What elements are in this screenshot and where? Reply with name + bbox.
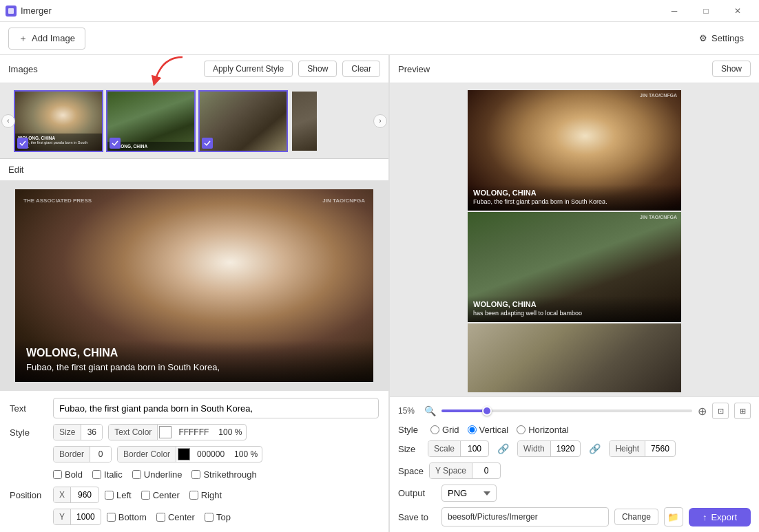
position-row-1: Position X 960 Left Center — [10, 487, 379, 503]
thumbnail-3[interactable] — [198, 90, 288, 152]
scale-value[interactable]: 100 — [461, 441, 488, 456]
settings-button[interactable]: ⚙ Settings — [692, 29, 751, 47]
toolbar: ＋ Add Image ⚙ Settings — [0, 22, 759, 55]
center2-check[interactable]: Center — [156, 512, 195, 522]
next-arrow-button[interactable]: › — [373, 114, 387, 128]
italic-checkbox[interactable]: Italic — [92, 469, 123, 480]
border-value[interactable]: 0 — [90, 447, 111, 462]
text-color-swatch[interactable] — [159, 426, 171, 438]
right-input[interactable] — [189, 491, 198, 500]
bold-checkbox[interactable]: Bold — [53, 469, 83, 480]
style-label: Style — [10, 427, 48, 438]
thumbnails-strip: WOLONG, CHINA Fubao, the first giant pan… — [0, 83, 388, 158]
grid-radio-label[interactable]: Grid — [430, 425, 459, 435]
link-icon-2[interactable]: 🔗 — [586, 443, 603, 454]
zoom-slider[interactable] — [441, 409, 692, 412]
y-space-value[interactable]: 0 — [472, 463, 500, 478]
zoom-percent: 15% — [398, 406, 419, 416]
right-check[interactable]: Right — [189, 490, 222, 500]
prev-arrow-button[interactable]: ‹ — [1, 114, 15, 128]
titlebar-left: Imerger — [6, 6, 52, 17]
border-color-value[interactable]: 000000 — [191, 447, 230, 462]
vertical-radio-label[interactable]: Vertical — [468, 425, 509, 435]
left-check[interactable]: Left — [105, 490, 132, 500]
text-color-value[interactable]: FFFFFF — [173, 425, 214, 440]
preview-show-button[interactable]: Show — [712, 61, 751, 77]
actual-size-button[interactable]: ⊞ — [734, 403, 751, 419]
app-icon — [6, 6, 17, 17]
bottom-input[interactable] — [107, 513, 116, 522]
position-label: Position — [10, 490, 48, 500]
bottom-check[interactable]: Bottom — [107, 512, 147, 522]
horizontal-radio-label[interactable]: Horizontal — [517, 425, 569, 435]
zoom-out-icon[interactable]: 🔍 — [424, 405, 436, 416]
center2-label: Center — [168, 512, 195, 522]
settings-label: Settings — [711, 33, 744, 43]
vertical-radio[interactable] — [468, 425, 477, 434]
underline-input[interactable] — [132, 470, 141, 479]
thumbnail-1[interactable]: WOLONG, CHINA Fubao, the first giant pan… — [14, 90, 103, 152]
watermark-right: JIN TAO/CNFGA — [322, 198, 365, 204]
italic-input[interactable] — [92, 470, 101, 479]
add-image-button[interactable]: ＋ Add Image — [8, 28, 85, 50]
right-style-label: Style — [398, 425, 422, 435]
preview-image-stack: JIN TAO/CNFGA WOLONG, CHINA Fubao, the f… — [468, 90, 681, 392]
clear-button[interactable]: Clear — [342, 61, 380, 77]
strikethrough-checkbox[interactable]: Strikethrough — [191, 469, 256, 480]
height-value[interactable]: 7560 — [645, 441, 675, 456]
preview-caption-title-1: WOLONG, CHINA — [473, 189, 676, 197]
size-group-label: Size — [54, 425, 81, 440]
y-value[interactable]: 1000 — [71, 509, 101, 524]
show-button[interactable]: Show — [298, 61, 337, 77]
horizontal-radio[interactable] — [517, 425, 526, 434]
folder-button[interactable]: 📁 — [664, 507, 683, 526]
edit-header: Edit — [0, 159, 388, 181]
vertical-label: Vertical — [479, 425, 509, 435]
strikethrough-input[interactable] — [191, 470, 200, 479]
grid-radio[interactable] — [430, 425, 439, 434]
top-label: Top — [216, 512, 231, 522]
minimize-button[interactable]: ─ — [658, 0, 690, 22]
center2-input[interactable] — [156, 513, 165, 522]
border-color-swatch[interactable] — [178, 448, 190, 460]
preview-canvas[interactable]: JIN TAO/CNFGA WOLONG, CHINA Fubao, the f… — [390, 83, 759, 396]
underline-label: Underline — [144, 469, 183, 480]
preview-bg-3 — [468, 323, 681, 392]
x-value[interactable]: 960 — [71, 487, 98, 502]
center-input[interactable] — [141, 491, 150, 500]
titlebar: Imerger ─ □ ✕ — [0, 0, 759, 22]
controls-section: Text Style Size 36 Text Color FFFFFF 100… — [0, 390, 388, 532]
link-icon-1[interactable]: 🔗 — [495, 443, 512, 454]
preview-caption-sub-1: Fubao, the first giant panda born in Sou… — [473, 198, 676, 205]
change-button[interactable]: Change — [614, 509, 658, 525]
window-controls: ─ □ ✕ — [658, 0, 753, 22]
text-input[interactable] — [53, 398, 379, 418]
close-button[interactable]: ✕ — [722, 0, 753, 22]
top-input[interactable] — [205, 513, 214, 522]
output-select[interactable]: PNG JPG WEBP — [441, 485, 497, 502]
save-path: beesoft/Pictures/Imerger — [441, 507, 609, 526]
top-check[interactable]: Top — [205, 512, 231, 522]
fit-button[interactable]: ⊡ — [712, 403, 729, 419]
bold-label: Bold — [65, 469, 83, 480]
left-input[interactable] — [105, 491, 114, 500]
plus-icon: ＋ — [19, 32, 28, 45]
scale-label: Scale — [428, 441, 461, 456]
bold-input[interactable] — [53, 470, 62, 479]
size-group-value[interactable]: 36 — [81, 425, 102, 440]
underline-checkbox[interactable]: Underline — [132, 469, 183, 480]
text-color-pct: 100 % — [214, 427, 246, 437]
preview-caption-1: WOLONG, CHINA Fubao, the first giant pan… — [468, 184, 681, 211]
thumbnail-4[interactable] — [291, 90, 318, 152]
zoom-thumb[interactable] — [482, 406, 492, 416]
edit-canvas[interactable]: THE ASSOCIATED PRESS JIN TAO/CNFGA WOLON… — [15, 189, 373, 382]
thumbnail-2[interactable]: WOLONG, CHINA — [106, 90, 196, 152]
width-value[interactable]: 1920 — [551, 441, 581, 456]
maximize-button[interactable]: □ — [690, 0, 722, 22]
preview-img-2: JIN TAO/CNFGA WOLONG, CHINA has been ada… — [468, 212, 681, 322]
zoom-in-icon[interactable]: ⊕ — [698, 405, 707, 418]
center-check[interactable]: Center — [141, 490, 180, 500]
export-button[interactable]: ↑ Export — [689, 508, 751, 526]
apply-current-style-button[interactable]: Apply Current Style — [204, 61, 293, 77]
output-label: Output — [398, 488, 436, 498]
